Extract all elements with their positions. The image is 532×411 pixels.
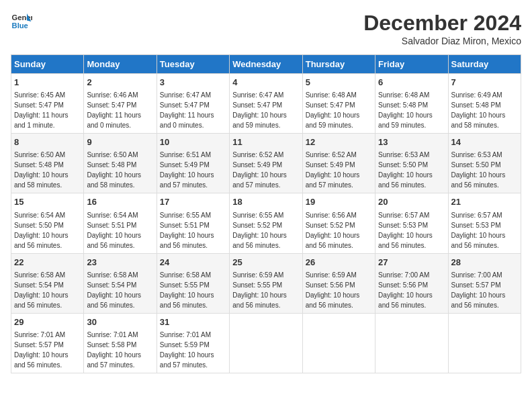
calendar-cell: 14 Sunrise: 6:53 AMSunset: 5:50 PMDaylig… bbox=[448, 134, 521, 193]
day-number: 15 bbox=[14, 196, 81, 208]
calendar-cell bbox=[230, 313, 302, 373]
calendar-cell: 18 Sunrise: 6:55 AMSunset: 5:52 PMDaylig… bbox=[230, 193, 302, 253]
day-number: 20 bbox=[378, 196, 445, 208]
day-detail: Sunrise: 6:57 AMSunset: 5:53 PMDaylight:… bbox=[451, 212, 506, 249]
day-detail: Sunrise: 7:01 AMSunset: 5:57 PMDaylight:… bbox=[14, 331, 69, 369]
day-number: 13 bbox=[378, 136, 445, 148]
day-number: 26 bbox=[306, 257, 372, 269]
day-detail: Sunrise: 7:01 AMSunset: 5:58 PMDaylight:… bbox=[87, 331, 141, 369]
header-day: Thursday bbox=[302, 55, 375, 74]
day-detail: Sunrise: 6:53 AMSunset: 5:50 PMDaylight:… bbox=[378, 151, 433, 189]
calendar-cell: 12 Sunrise: 6:52 AMSunset: 5:49 PMDaylig… bbox=[302, 134, 375, 193]
day-number: 14 bbox=[451, 136, 518, 148]
day-detail: Sunrise: 6:47 AMSunset: 5:47 PMDaylight:… bbox=[232, 91, 287, 129]
day-number: 3 bbox=[160, 77, 226, 89]
day-detail: Sunrise: 6:57 AMSunset: 5:53 PMDaylight:… bbox=[378, 212, 433, 249]
calendar-cell: 4 Sunrise: 6:47 AMSunset: 5:47 PMDayligh… bbox=[230, 74, 302, 134]
header-row: SundayMondayTuesdayWednesdayThursdayFrid… bbox=[11, 55, 521, 74]
calendar-cell: 26 Sunrise: 6:59 AMSunset: 5:56 PMDaylig… bbox=[302, 253, 375, 313]
calendar-cell: 31 Sunrise: 7:01 AMSunset: 5:59 PMDaylig… bbox=[157, 313, 229, 373]
day-number: 23 bbox=[87, 257, 153, 269]
header-day: Wednesday bbox=[230, 55, 302, 74]
calendar-cell: 29 Sunrise: 7:01 AMSunset: 5:57 PMDaylig… bbox=[11, 313, 84, 373]
day-detail: Sunrise: 6:58 AMSunset: 5:55 PMDaylight:… bbox=[160, 271, 214, 309]
day-detail: Sunrise: 6:52 AMSunset: 5:49 PMDaylight:… bbox=[232, 151, 287, 189]
day-number: 18 bbox=[232, 196, 299, 208]
day-number: 25 bbox=[232, 257, 299, 269]
day-number: 21 bbox=[451, 196, 518, 208]
calendar-cell: 30 Sunrise: 7:01 AMSunset: 5:58 PMDaylig… bbox=[84, 313, 157, 373]
header-day: Friday bbox=[375, 55, 448, 74]
calendar-cell: 15 Sunrise: 6:54 AMSunset: 5:50 PMDaylig… bbox=[11, 193, 84, 253]
svg-text:Blue: Blue bbox=[12, 21, 28, 30]
day-detail: Sunrise: 6:49 AMSunset: 5:48 PMDaylight:… bbox=[451, 91, 506, 129]
calendar-cell bbox=[302, 313, 375, 373]
calendar-cell: 16 Sunrise: 6:54 AMSunset: 5:51 PMDaylig… bbox=[84, 193, 157, 253]
day-detail: Sunrise: 6:45 AMSunset: 5:47 PMDaylight:… bbox=[14, 91, 69, 129]
day-number: 17 bbox=[160, 196, 226, 208]
calendar-cell: 1 Sunrise: 6:45 AMSunset: 5:47 PMDayligh… bbox=[11, 74, 84, 134]
day-number: 10 bbox=[160, 136, 226, 148]
day-number: 2 bbox=[87, 77, 153, 89]
day-number: 31 bbox=[160, 316, 226, 328]
day-number: 7 bbox=[451, 77, 518, 89]
day-detail: Sunrise: 6:48 AMSunset: 5:47 PMDaylight:… bbox=[306, 91, 360, 129]
day-detail: Sunrise: 6:56 AMSunset: 5:52 PMDaylight:… bbox=[306, 212, 360, 249]
calendar-cell: 11 Sunrise: 6:52 AMSunset: 5:49 PMDaylig… bbox=[230, 134, 302, 193]
calendar-cell bbox=[448, 313, 521, 373]
calendar-cell: 27 Sunrise: 7:00 AMSunset: 5:56 PMDaylig… bbox=[375, 253, 448, 313]
location: Salvador Diaz Miron, Mexico bbox=[363, 36, 521, 46]
day-detail: Sunrise: 6:59 AMSunset: 5:55 PMDaylight:… bbox=[232, 271, 287, 309]
calendar-cell: 8 Sunrise: 6:50 AMSunset: 5:48 PMDayligh… bbox=[11, 134, 84, 193]
calendar-cell: 20 Sunrise: 6:57 AMSunset: 5:53 PMDaylig… bbox=[375, 193, 448, 253]
calendar-cell: 7 Sunrise: 6:49 AMSunset: 5:48 PMDayligh… bbox=[448, 74, 521, 134]
day-number: 30 bbox=[87, 316, 153, 328]
day-detail: Sunrise: 6:50 AMSunset: 5:48 PMDaylight:… bbox=[87, 151, 141, 189]
header-day: Sunday bbox=[11, 55, 84, 74]
day-number: 28 bbox=[451, 257, 518, 269]
day-detail: Sunrise: 7:00 AMSunset: 5:56 PMDaylight:… bbox=[378, 271, 433, 309]
calendar-cell: 22 Sunrise: 6:58 AMSunset: 5:54 PMDaylig… bbox=[11, 253, 84, 313]
day-number: 16 bbox=[87, 196, 153, 208]
day-number: 24 bbox=[160, 257, 226, 269]
day-number: 19 bbox=[306, 196, 372, 208]
day-detail: Sunrise: 6:50 AMSunset: 5:48 PMDaylight:… bbox=[14, 151, 69, 189]
day-detail: Sunrise: 6:58 AMSunset: 5:54 PMDaylight:… bbox=[87, 271, 141, 309]
day-detail: Sunrise: 6:53 AMSunset: 5:50 PMDaylight:… bbox=[451, 151, 506, 189]
day-detail: Sunrise: 6:54 AMSunset: 5:50 PMDaylight:… bbox=[14, 212, 69, 249]
header-day: Monday bbox=[84, 55, 157, 74]
calendar-cell: 24 Sunrise: 6:58 AMSunset: 5:55 PMDaylig… bbox=[157, 253, 229, 313]
calendar-cell: 19 Sunrise: 6:56 AMSunset: 5:52 PMDaylig… bbox=[302, 193, 375, 253]
day-detail: Sunrise: 6:54 AMSunset: 5:51 PMDaylight:… bbox=[87, 212, 141, 249]
calendar-cell: 6 Sunrise: 6:48 AMSunset: 5:48 PMDayligh… bbox=[375, 74, 448, 134]
calendar-cell: 2 Sunrise: 6:46 AMSunset: 5:47 PMDayligh… bbox=[84, 74, 157, 134]
calendar-cell: 3 Sunrise: 6:47 AMSunset: 5:47 PMDayligh… bbox=[157, 74, 229, 134]
calendar-cell: 13 Sunrise: 6:53 AMSunset: 5:50 PMDaylig… bbox=[375, 134, 448, 193]
day-detail: Sunrise: 7:00 AMSunset: 5:57 PMDaylight:… bbox=[451, 271, 506, 309]
day-number: 27 bbox=[378, 257, 445, 269]
day-detail: Sunrise: 6:51 AMSunset: 5:49 PMDaylight:… bbox=[160, 151, 214, 189]
day-number: 4 bbox=[232, 77, 299, 89]
calendar-cell: 17 Sunrise: 6:55 AMSunset: 5:51 PMDaylig… bbox=[157, 193, 229, 253]
day-detail: Sunrise: 6:47 AMSunset: 5:47 PMDaylight:… bbox=[160, 91, 214, 129]
day-detail: Sunrise: 6:58 AMSunset: 5:54 PMDaylight:… bbox=[14, 271, 69, 309]
day-number: 8 bbox=[14, 136, 81, 148]
day-detail: Sunrise: 6:55 AMSunset: 5:52 PMDaylight:… bbox=[232, 212, 287, 249]
calendar-cell: 5 Sunrise: 6:48 AMSunset: 5:47 PMDayligh… bbox=[302, 74, 375, 134]
page-header: General Blue December 2024 Salvador Diaz… bbox=[11, 11, 521, 46]
calendar-cell: 25 Sunrise: 6:59 AMSunset: 5:55 PMDaylig… bbox=[230, 253, 302, 313]
day-number: 9 bbox=[87, 136, 153, 148]
day-detail: Sunrise: 6:48 AMSunset: 5:48 PMDaylight:… bbox=[378, 91, 433, 129]
day-number: 1 bbox=[14, 77, 81, 89]
day-number: 22 bbox=[14, 257, 81, 269]
calendar-cell: 28 Sunrise: 7:00 AMSunset: 5:57 PMDaylig… bbox=[448, 253, 521, 313]
month-title: December 2024 bbox=[363, 11, 521, 36]
calendar-week-row: 8 Sunrise: 6:50 AMSunset: 5:48 PMDayligh… bbox=[11, 134, 521, 193]
header-day: Tuesday bbox=[157, 55, 229, 74]
calendar-cell: 21 Sunrise: 6:57 AMSunset: 5:53 PMDaylig… bbox=[448, 193, 521, 253]
day-number: 29 bbox=[14, 316, 81, 328]
day-number: 6 bbox=[378, 77, 445, 89]
calendar-table: SundayMondayTuesdayWednesdayThursdayFrid… bbox=[11, 54, 521, 373]
calendar-cell: 9 Sunrise: 6:50 AMSunset: 5:48 PMDayligh… bbox=[84, 134, 157, 193]
header-day: Saturday bbox=[448, 55, 521, 74]
